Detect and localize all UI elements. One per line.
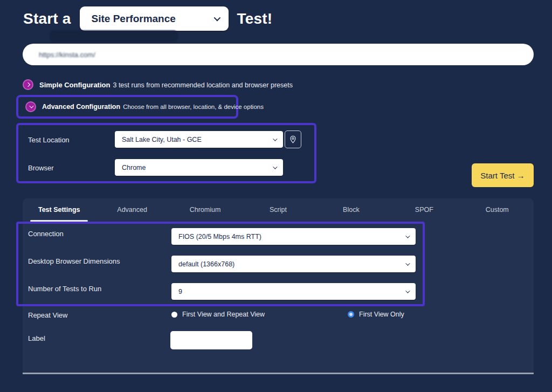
tab-advanced[interactable]: Advanced [95, 198, 168, 221]
simple-configuration-text: Simple Configuration3 test runs from rec… [39, 81, 293, 89]
url-value: https://kinsta.com/ [39, 51, 95, 59]
webpagetest-start-page: Start a Site Performance Test! https://k… [0, 0, 552, 392]
start-test-button[interactable]: Start Test → [472, 163, 534, 187]
radio-selected-icon [348, 311, 354, 318]
chevron-down-icon [405, 288, 410, 293]
connection-select[interactable]: FIOS (20/5 Mbps 4ms RTT) [171, 228, 416, 245]
tab-chromium[interactable]: Chromium [169, 198, 242, 221]
blurred-region [50, 30, 178, 42]
tab-test-settings[interactable]: Test Settings [23, 198, 95, 221]
advanced-configuration-text: Advanced ConfigurationChoose from all br… [42, 103, 264, 111]
radio-first-view-only[interactable]: First View Only [348, 311, 404, 318]
chevron-down-icon [273, 164, 277, 169]
radio-first-and-repeat[interactable]: First View and Repeat View [171, 311, 265, 318]
dimensions-select[interactable]: default (1366x768) [171, 256, 416, 272]
repeat-view-label: Repeat View [28, 311, 67, 319]
connection-label: Connection [28, 230, 64, 238]
chevron-down-icon [405, 233, 410, 238]
test-location-select[interactable]: Salt Lake City, Utah - GCE [115, 131, 283, 148]
radio-unselected-icon [171, 312, 177, 318]
page-title: Start a Site Performance Test! [23, 6, 272, 31]
url-input[interactable]: https://kinsta.com/ [23, 44, 534, 65]
tab-block[interactable]: Block [315, 198, 388, 221]
title-suffix: Test! [237, 10, 273, 27]
browser-select[interactable]: Chrome [115, 159, 283, 176]
location-pin-icon [289, 135, 297, 144]
test-type-select[interactable]: Site Performance [80, 6, 229, 31]
label-input[interactable] [170, 331, 252, 349]
dimensions-label: Desktop Browser Dimensions [28, 257, 120, 265]
chevron-down-icon [405, 261, 410, 265]
runs-select[interactable]: 9 [171, 283, 416, 300]
chevron-right-circle-icon [23, 79, 33, 90]
test-type-value: Site Performance [92, 13, 176, 25]
tab-spof[interactable]: SPOF [388, 198, 460, 221]
location-pin-button[interactable] [285, 130, 301, 148]
settings-tab-bar: Test Settings Advanced Chromium Script B… [23, 198, 534, 221]
tab-custom[interactable]: Custom [461, 198, 534, 221]
browser-label: Browser [28, 164, 54, 172]
chevron-down-icon [273, 136, 277, 141]
advanced-configuration-toggle[interactable]: Advanced ConfigurationChoose from all br… [16, 95, 238, 119]
tab-script[interactable]: Script [242, 198, 314, 221]
chevron-down-circle-icon [25, 101, 36, 112]
runs-label: Number of Tests to Run [28, 285, 101, 293]
chevron-down-icon [213, 15, 220, 22]
title-prefix: Start a [23, 10, 71, 27]
test-location-label: Test Location [28, 136, 70, 144]
label-field-label: Label [28, 334, 45, 342]
simple-configuration-toggle[interactable]: Simple Configuration3 test runs from rec… [23, 79, 293, 90]
